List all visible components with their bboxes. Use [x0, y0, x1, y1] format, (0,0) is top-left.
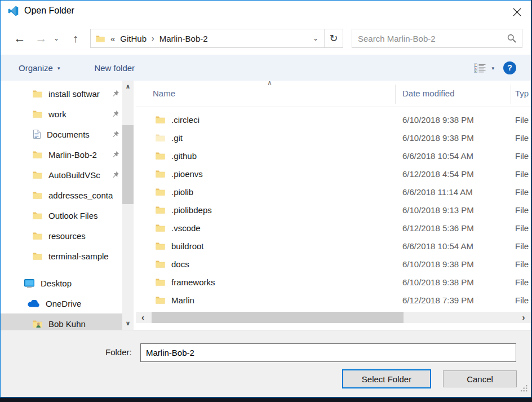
column-header-name[interactable]: Name [153, 89, 175, 98]
folder-icon [33, 211, 42, 219]
file-date-modified: 6/12/2018 7:39 PM [402, 295, 474, 305]
breadcrumb-segment-marlin-bob-2[interactable]: Marlin-Bob-2 [156, 34, 211, 43]
organize-button[interactable]: Organize ▾ [19, 63, 60, 73]
sidebar-item-label: OneDrive [46, 299, 121, 308]
content-area: install softwarworkDocumentsMarlin-Bob-2… [1, 81, 531, 330]
sidebar-item-label: AutoBuildVSc [48, 170, 121, 180]
file-date-modified: 6/10/2018 9:38 PM [402, 115, 474, 125]
horizontal-scrollbar[interactable]: ‹ › [136, 312, 531, 323]
file-type: File [515, 295, 529, 305]
file-name: Marlin [171, 295, 194, 305]
breadcrumb-collapsed-button[interactable]: « [109, 34, 117, 43]
sidebar-item-label: Bob Kuhn [48, 319, 121, 329]
folder-icon [33, 252, 42, 260]
file-row-marlin[interactable]: Marlin6/12/2018 7:39 PMFile [136, 291, 531, 309]
file-row-pioenvs[interactable]: .pioenvs6/12/2018 4:54 PMFile [136, 165, 531, 183]
sidebar-item-label: Outlook Files [48, 211, 121, 220]
file-row-buildroot[interactable]: buildroot6/6/2018 10:54 AMFile [136, 237, 531, 255]
help-button[interactable]: ? [503, 61, 516, 74]
back-button[interactable]: ← [12, 32, 28, 45]
sidebar-item-desktop[interactable]: Desktop [1, 273, 122, 293]
file-type: File [515, 223, 529, 233]
refresh-icon[interactable]: ↻ [325, 32, 343, 45]
sidebar-item-label: addresses_conta [48, 191, 121, 200]
scroll-right-icon[interactable]: › [517, 312, 530, 323]
recent-locations-dropdown-icon[interactable]: ⌄ [51, 34, 61, 42]
folder-name-input[interactable] [140, 343, 516, 362]
cancel-button[interactable]: Cancel [443, 370, 517, 387]
sidebar-item-terminal-sample[interactable]: terminal-sample [1, 246, 122, 266]
sidebar-item-label: terminal-sample [48, 251, 121, 261]
folder-icon [33, 232, 42, 240]
sidebar-item-label: Marlin-Bob-2 [48, 150, 121, 160]
desktop-icon [24, 279, 34, 288]
sidebar-item-onedrive[interactable]: OneDrive [1, 293, 122, 313]
title-bar: Open Folder [1, 1, 531, 21]
view-caret-icon: ▾ [491, 64, 494, 71]
scroll-left-icon[interactable]: ‹ [136, 312, 150, 323]
file-row-piolibdeps[interactable]: .piolibdeps6/10/2018 9:13 PMFile [136, 201, 531, 219]
address-dropdown-icon[interactable]: ⌄ [307, 34, 324, 42]
sidebar-item-resources[interactable]: resources [1, 226, 122, 246]
sidebar-item-marlin-bob-2[interactable]: Marlin-Bob-2 [1, 144, 122, 165]
sidebar-item-work[interactable]: work [1, 104, 122, 124]
folder-icon [33, 171, 42, 179]
file-row-github[interactable]: .github6/6/2018 10:54 AMFile [136, 147, 531, 165]
close-icon[interactable] [509, 5, 524, 19]
sidebar-item-documents[interactable]: Documents [1, 124, 122, 144]
select-folder-button[interactable]: Select Folder [342, 369, 431, 388]
column-headers: ∧ Name Date modified Typ [136, 81, 531, 107]
folder-icon [156, 170, 165, 178]
view-options-button[interactable]: ▾ [474, 63, 494, 73]
sidebar-item-bob-kuhn[interactable]: Bob Kuhn [1, 313, 122, 330]
folder-icon [156, 224, 165, 232]
file-date-modified: 6/12/2018 4:54 PM [402, 169, 474, 179]
forward-button: → [33, 32, 49, 45]
sidebar-item-label: Desktop [41, 279, 121, 288]
file-type: File [515, 205, 529, 215]
sidebar-scrollbar[interactable]: ∧ ∨ [122, 81, 134, 330]
breadcrumb: «GitHub›Marlin-Bob-2 [109, 34, 211, 43]
file-name: .circleci [171, 115, 200, 125]
sidebar-item-install-softwar[interactable]: install softwar [1, 83, 122, 104]
scroll-down-icon[interactable]: ∨ [122, 320, 134, 327]
search-box[interactable] [352, 29, 522, 48]
up-button[interactable]: ↑ [68, 32, 83, 45]
resize-grip-icon[interactable] [521, 384, 527, 394]
sidebar-list: install softwarworkDocumentsMarlin-Bob-2… [1, 83, 122, 330]
command-toolbar: Organize ▾ New folder ▾ ? [1, 55, 531, 81]
address-bar[interactable]: «GitHub›Marlin-Bob-2 ⌄ ↻ [90, 29, 343, 48]
pin-icon [112, 90, 119, 99]
horizontal-scrollbar-thumb[interactable] [152, 312, 404, 323]
sidebar-item-label: Documents [47, 130, 121, 139]
file-row-vscode[interactable]: .vscode6/12/2018 5:36 PMFile [136, 219, 531, 237]
file-type: File [515, 169, 529, 179]
file-name: .pioenvs [171, 169, 203, 179]
column-header-date-modified[interactable]: Date modified [402, 89, 455, 98]
sidebar-item-label: resources [48, 231, 121, 241]
file-row-git[interactable]: .git6/10/2018 9:38 PMFile [136, 129, 531, 147]
sidebar-item-addresses-conta[interactable]: addresses_conta [1, 185, 122, 205]
file-name: .vscode [171, 223, 201, 233]
sidebar-item-outlook-files[interactable]: Outlook Files [1, 205, 122, 226]
column-header-type[interactable]: Typ [515, 89, 529, 98]
file-date-modified: 6/10/2018 9:38 PM [402, 259, 474, 269]
breadcrumb-segment-github[interactable]: GitHub [117, 34, 150, 43]
file-row-docs[interactable]: docs6/10/2018 9:38 PMFile [136, 255, 531, 273]
file-row-piolib[interactable]: .piolib6/6/2018 11:14 AMFile [136, 183, 531, 201]
file-date-modified: 6/6/2018 11:14 AM [402, 187, 473, 197]
file-name: frameworks [171, 277, 215, 287]
scroll-up-icon[interactable]: ∧ [122, 83, 134, 90]
sidebar-item-autobuildvsc[interactable]: AutoBuildVSc [1, 165, 122, 185]
search-icon[interactable] [507, 34, 516, 43]
search-input[interactable] [358, 34, 507, 43]
folder-icon [156, 260, 165, 268]
file-type: File [515, 241, 529, 251]
file-row-circleci[interactable]: .circleci6/10/2018 9:38 PMFile [136, 111, 531, 129]
file-row-frameworks[interactable]: frameworks6/10/2018 9:38 PMFile [136, 273, 531, 291]
file-date-modified: 6/10/2018 9:13 PM [402, 205, 474, 215]
scrollbar-thumb[interactable] [122, 125, 134, 204]
file-type: File [515, 277, 529, 287]
pin-icon [112, 130, 119, 140]
new-folder-button[interactable]: New folder [94, 63, 135, 73]
